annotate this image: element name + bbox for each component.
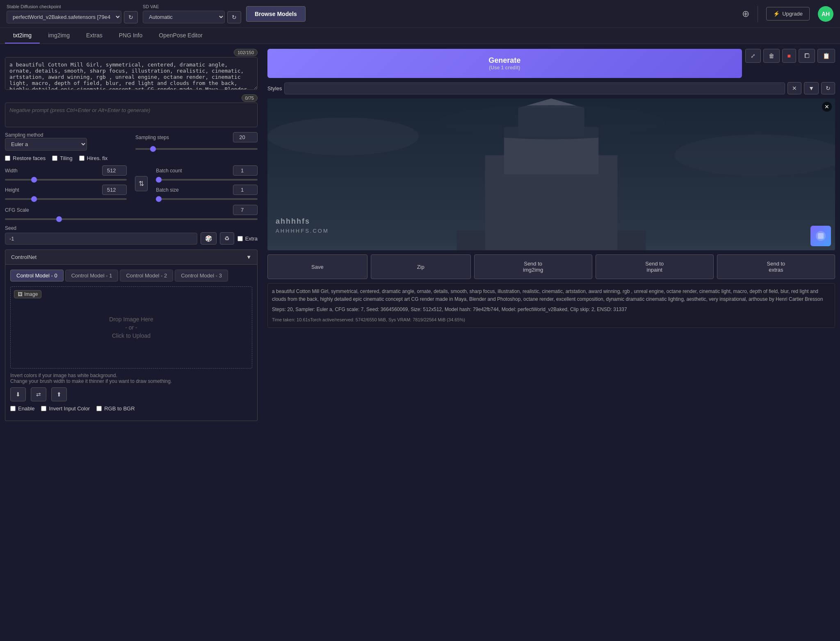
drop-text: Drop Image Here xyxy=(109,316,153,323)
sampling-steps-input[interactable] xyxy=(233,132,258,142)
copy-icon-btn[interactable]: 📋 xyxy=(817,49,835,63)
styles-chevron-btn[interactable]: ▼ xyxy=(804,82,819,94)
generate-label: Generate xyxy=(275,56,735,65)
tab-img2img[interactable]: img2img xyxy=(40,28,78,43)
checkpoint-section: Stable Diffusion checkpoint perfectWorld… xyxy=(7,4,138,23)
watermark: ahhhhfs xyxy=(276,217,310,226)
neg-token-count-badge: 0/75 xyxy=(242,94,258,102)
stop-icon-btn[interactable]: ■ xyxy=(782,49,796,63)
batch-size-slider[interactable] xyxy=(156,198,258,200)
image-label: 🖼 Image xyxy=(14,290,41,298)
tab-openpose[interactable]: OpenPose Editor xyxy=(151,28,211,43)
zip-button[interactable]: Zip xyxy=(371,254,471,279)
tiling-checkbox[interactable]: Tiling xyxy=(52,155,73,161)
image-icon: 🖼 xyxy=(18,291,23,297)
seed-dice-btn[interactable]: 🎲 xyxy=(201,232,217,245)
upgrade-button[interactable]: ⚡ Upgrade xyxy=(766,7,810,21)
tab-txt2img[interactable]: txt2img xyxy=(5,28,40,43)
sampling-steps-label: Sampling steps xyxy=(135,135,169,140)
action-icons-col: ⤢ 🗑 ■ ⧠ 📋 xyxy=(745,49,835,78)
save-button[interactable]: Save xyxy=(267,254,368,279)
batch-count-label-row: Batch count xyxy=(156,165,258,176)
neg-prompt-input[interactable]: Negative prompt (press Ctrl+Enter or Alt… xyxy=(5,103,258,127)
image-drop-zone[interactable]: 🖼 Image Drop Image Here - or - Click to … xyxy=(10,286,252,369)
generate-button[interactable]: Generate (Use 1 credit) xyxy=(267,49,742,78)
width-label-row: Width xyxy=(5,165,127,176)
controlnet-header[interactable]: ControlNet ▼ xyxy=(5,250,258,265)
cfg-label-row: CFG Scale xyxy=(5,205,258,215)
vae-select[interactable]: Automatic xyxy=(143,11,225,23)
generate-credit: (Use 1 credit) xyxy=(275,65,735,71)
height-label-row: Height xyxy=(5,185,127,195)
brush-label: Change your brush width to make it thinn… xyxy=(10,378,252,384)
cn-tab-0[interactable]: Control Model - 0 xyxy=(10,270,64,282)
styles-close-btn[interactable]: ✕ xyxy=(788,82,801,94)
divider xyxy=(758,6,758,22)
cn-tab-1[interactable]: Control Model - 1 xyxy=(65,270,119,282)
tab-png-info[interactable]: PNG Info xyxy=(111,28,151,43)
vae-label: SD VAE xyxy=(143,4,241,9)
sampling-steps-slider[interactable] xyxy=(135,148,258,150)
cn-bottom-info: Invert colors if your image has white ba… xyxy=(10,373,252,401)
cfg-slider[interactable] xyxy=(5,218,258,220)
close-output-btn[interactable]: ✕ xyxy=(822,102,832,112)
sampling-method-group: Sampling method Euler a xyxy=(5,132,127,151)
styles-refresh-btn[interactable]: ↻ xyxy=(821,82,835,94)
cn-enable-checkbox[interactable]: Enable xyxy=(10,405,34,412)
gen-steps-info: Steps: 20, Sampler: Euler a, CFG scale: … xyxy=(272,306,831,314)
vae-refresh-btn[interactable]: ↻ xyxy=(227,11,241,23)
tab-extras[interactable]: Extras xyxy=(78,28,111,43)
width-input[interactable] xyxy=(102,165,127,176)
cn-download-icon[interactable]: ⬇ xyxy=(10,387,26,401)
svg-rect-23 xyxy=(818,233,824,239)
dimensions-section: Width Height ⇅ Batch count xyxy=(5,165,258,201)
sampling-method-select[interactable]: Euler a xyxy=(5,138,87,151)
batch-count-input[interactable] xyxy=(233,165,258,176)
neg-prompt-placeholder: Negative prompt (press Ctrl+Enter or Alt… xyxy=(9,107,150,113)
cn-invert-input-checkbox[interactable]: Invert Input Color xyxy=(41,405,90,412)
seed-recycle-btn[interactable]: ♻ xyxy=(220,232,234,245)
generation-info: a beautiful Cotton Mill Girl, symmetrica… xyxy=(267,283,835,328)
browse-models-button[interactable]: Browse Models xyxy=(246,6,306,22)
extra-checkbox[interactable]: Extra xyxy=(237,236,258,242)
cn-rgb-bgr-checkbox[interactable]: RGB to BGR xyxy=(96,405,135,412)
avatar[interactable]: AH xyxy=(818,6,833,22)
thumbnail-icon xyxy=(815,230,827,242)
send-extras-button[interactable]: Send toextras xyxy=(717,254,835,279)
output-image-container: ahhhhfs AHHHHFS.COM ✕ xyxy=(267,98,835,250)
cfg-input[interactable] xyxy=(233,205,258,215)
hires-fix-checkbox[interactable]: Hires. fix xyxy=(79,155,108,161)
cn-tab-2[interactable]: Control Model - 2 xyxy=(120,270,173,282)
height-input[interactable] xyxy=(102,185,127,195)
cn-swap-icon[interactable]: ⇄ xyxy=(31,387,46,401)
temple-svg xyxy=(267,98,835,250)
send-inpaint-button[interactable]: Send toinpaint xyxy=(596,254,714,279)
controlnet-chevron-icon: ▼ xyxy=(246,254,251,260)
generate-area: Generate (Use 1 credit) xyxy=(267,49,742,78)
cn-tab-3[interactable]: Control Model - 3 xyxy=(175,270,228,282)
cn-upload-icon[interactable]: ⬆ xyxy=(51,387,67,401)
styles-input[interactable] xyxy=(284,82,785,94)
width-slider[interactable] xyxy=(5,179,127,181)
cfg-label: CFG Scale xyxy=(5,207,29,213)
upgrade-icon: ⚡ xyxy=(773,11,780,17)
expand-icon-btn[interactable]: ⤢ xyxy=(745,49,761,63)
batch-count-label: Batch count xyxy=(156,168,182,174)
left-panel: 102/150 0/75 Negative prompt (press Ctrl… xyxy=(0,44,262,426)
discord-icon[interactable]: ⊕ xyxy=(742,9,749,19)
pause-icon-btn[interactable]: ⧠ xyxy=(799,49,815,63)
prompt-input[interactable] xyxy=(5,57,258,90)
checkpoint-select[interactable]: perfectWorld_v2Baked.safetensors [79e42f… xyxy=(7,11,121,23)
batch-count-slider[interactable] xyxy=(156,179,258,181)
vae-select-row: Automatic ↻ xyxy=(143,11,241,23)
trash-icon-btn[interactable]: 🗑 xyxy=(763,49,780,63)
height-label: Height xyxy=(5,187,19,193)
swap-dimensions-btn[interactable]: ⇅ xyxy=(135,176,148,191)
batch-size-input[interactable] xyxy=(233,185,258,195)
controlnet-body: Control Model - 0 Control Model - 1 Cont… xyxy=(5,265,258,421)
send-img2img-button[interactable]: Send toimg2img xyxy=(474,254,592,279)
height-slider[interactable] xyxy=(5,198,127,200)
restore-faces-checkbox[interactable]: Restore faces xyxy=(5,155,46,161)
checkpoint-refresh-btn[interactable]: ↻ xyxy=(124,11,138,23)
seed-input[interactable] xyxy=(5,233,197,245)
